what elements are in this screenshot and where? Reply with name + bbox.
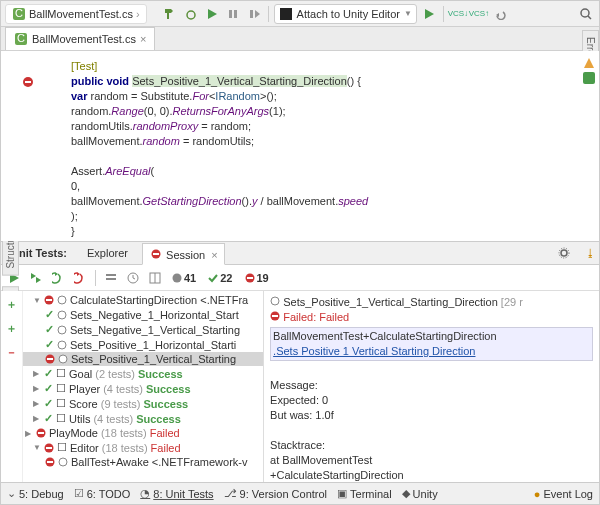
rerun-failed-icon[interactable] — [49, 269, 67, 287]
sb-todo[interactable]: ☑ 6: TODO — [74, 487, 131, 500]
ok-badge-icon[interactable] — [583, 72, 595, 84]
svg-point-41 — [58, 341, 66, 349]
layout-icon[interactable] — [146, 269, 164, 287]
svg-point-21 — [561, 250, 567, 256]
svg-rect-29 — [106, 278, 116, 280]
svg-marker-9 — [425, 9, 434, 19]
test-group[interactable]: ▶✓☐Goal (2 tests) Success — [23, 366, 263, 381]
pause-icon[interactable] — [224, 5, 242, 23]
svg-rect-16 — [25, 81, 31, 83]
test-tree[interactable]: ＋ ＋ － ▼CalculateStartingDirection <.NETF… — [1, 291, 264, 482]
test-group[interactable]: ▶✓☐Player (4 tests) Success — [23, 381, 263, 396]
remove-icon[interactable]: － — [3, 343, 21, 361]
svg-text:C: C — [15, 8, 23, 19]
svg-line-12 — [588, 16, 591, 19]
svg-rect-48 — [46, 447, 52, 449]
svg-rect-20 — [153, 253, 159, 255]
test-group[interactable]: ▶✓☐Utils (4 tests) Success — [23, 411, 263, 426]
rerun-icon[interactable] — [27, 269, 45, 287]
bug-icon[interactable] — [182, 5, 200, 23]
svg-rect-46 — [38, 432, 44, 434]
svg-marker-7 — [255, 10, 260, 18]
test-group-fail[interactable]: ▶PlayMode (18 tests) Failed — [23, 426, 263, 440]
close-icon[interactable]: × — [211, 249, 217, 261]
svg-rect-5 — [234, 10, 237, 18]
svg-point-2 — [187, 11, 195, 19]
vcs-update-icon[interactable]: VCS↓ — [449, 5, 467, 23]
test-group[interactable]: ▶✓☐Score (9 tests) Success — [23, 396, 263, 411]
search-icon[interactable] — [577, 5, 595, 23]
play-icon[interactable] — [203, 5, 221, 23]
add-icon[interactable]: ＋ — [3, 295, 21, 313]
gear-icon[interactable] — [555, 244, 573, 262]
sb-vcs[interactable]: ⎇ 9: Version Control — [224, 487, 327, 500]
sb-unity[interactable]: ◆ Unity — [402, 487, 438, 500]
sb-unit-tests[interactable]: ◔ 8: Unit Tests — [140, 487, 213, 500]
svg-point-40 — [58, 326, 66, 334]
code-editor[interactable]: [Test] public void Sets_Positive_1_Verti… — [1, 51, 599, 241]
editor-tab[interactable]: C BallMovementTest.cs × — [5, 27, 155, 50]
csharp-file-icon: C — [14, 32, 28, 46]
fail-gutter-icon[interactable] — [21, 75, 35, 89]
test-detail-panel: Sets_Positive_1_Vertical_Starting_Direct… — [264, 291, 599, 482]
svg-rect-4 — [229, 10, 232, 18]
test-node[interactable]: ✓Sets_Negative_1_Horizontal_Start — [23, 307, 263, 322]
tab-explorer[interactable]: Explorer — [81, 244, 134, 262]
run-config-combo[interactable]: Attach to Unity Editor ▼ — [274, 4, 417, 24]
svg-rect-50 — [47, 461, 53, 463]
test-node[interactable]: ▼CalculateStartingDirection <.NETFra — [23, 293, 263, 307]
svg-marker-17 — [584, 58, 594, 68]
detail-class: BallMovementTest+CalculateStartingDirect… — [273, 329, 590, 344]
vcs-commit-icon[interactable]: VCS↑ — [470, 5, 488, 23]
svg-rect-35 — [247, 277, 253, 279]
svg-marker-27 — [77, 272, 80, 276]
step-icon[interactable] — [245, 5, 263, 23]
svg-marker-25 — [36, 277, 41, 283]
run-config-label: Attach to Unity Editor — [297, 8, 400, 20]
run-icon[interactable] — [420, 5, 438, 23]
clock-icon[interactable] — [124, 269, 142, 287]
test-node[interactable]: ✓Sets_Positive_1_Horizontal_Starti — [23, 337, 263, 352]
export-icon[interactable]: ⭳ — [581, 244, 599, 262]
all-count[interactable]: 41 — [168, 271, 200, 285]
svg-point-52 — [271, 297, 279, 305]
sb-terminal[interactable]: ▣ Terminal — [337, 487, 392, 500]
code-line: [Test] — [71, 60, 97, 72]
test-node[interactable]: BallTest+Awake <.NETFramework-v — [23, 455, 263, 469]
detail-test-name: Sets_Positive_1_Vertical_Starting_Direct… — [283, 296, 498, 308]
svg-point-44 — [59, 355, 67, 363]
separator — [268, 6, 269, 22]
test-node-selected[interactable]: Sets_Positive_1_Vertical_Starting — [23, 352, 263, 366]
pass-count[interactable]: 22 — [204, 271, 236, 285]
sb-debug[interactable]: ⌄ 5: Debug — [7, 487, 64, 500]
collapse-icon[interactable] — [102, 269, 120, 287]
svg-marker-24 — [31, 273, 36, 279]
rerun-failed-red-icon[interactable] — [71, 269, 89, 287]
svg-rect-54 — [272, 315, 278, 317]
chevron-down-icon: ▼ — [404, 9, 412, 18]
warn-badge-icon[interactable] — [583, 57, 595, 69]
tab-label: BallMovementTest.cs — [32, 33, 136, 45]
detail-label: Stacktrace: — [270, 438, 593, 453]
sb-event-log[interactable]: ● Event Log — [534, 488, 593, 500]
svg-rect-28 — [106, 274, 116, 276]
separator — [443, 6, 444, 22]
detail-status: Failed: Failed — [283, 311, 349, 323]
svg-point-39 — [58, 311, 66, 319]
svg-text:C: C — [17, 33, 25, 44]
test-node[interactable]: ✓Sets_Negative_1_Vertical_Starting — [23, 322, 263, 337]
add2-icon[interactable]: ＋ — [3, 319, 21, 337]
tab-session[interactable]: Session × — [142, 243, 225, 265]
svg-rect-37 — [46, 299, 52, 301]
svg-point-33 — [173, 273, 182, 282]
hammer-icon[interactable] — [161, 5, 179, 23]
test-group-fail[interactable]: ▼☐Editor (18 tests) Failed — [23, 440, 263, 455]
undo-icon[interactable] — [491, 5, 509, 23]
detail-test-link[interactable]: .Sets Positive 1 Vertical Starting Direc… — [273, 344, 590, 359]
breadcrumb[interactable]: C BallMovementTest.cs › — [5, 4, 147, 24]
fail-count[interactable]: 19 — [241, 271, 273, 285]
close-icon[interactable]: × — [140, 33, 146, 45]
svg-marker-3 — [208, 9, 217, 19]
detail-label: Message: — [270, 378, 593, 393]
svg-rect-43 — [47, 358, 53, 360]
